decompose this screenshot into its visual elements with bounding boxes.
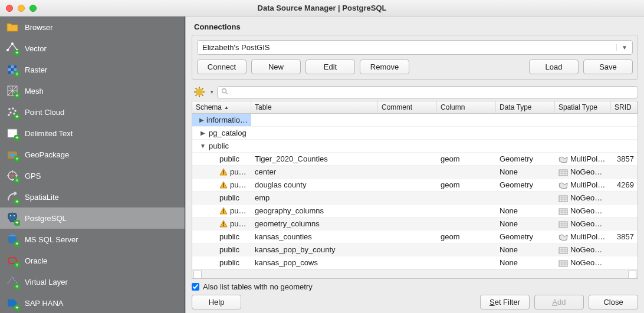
sidebar-item-delimited-text[interactable]: , ,+Delimited Text — [0, 123, 185, 144]
svg-point-17 — [9, 111, 12, 114]
sidebar-item-label: SpatiaLite — [25, 193, 59, 202]
table-row[interactable]: pu…douglas countygeomGeometryMultiPoly…4… — [192, 179, 638, 192]
geopackage-icon: + — [6, 148, 19, 161]
also-list-checkbox-input[interactable] — [192, 283, 199, 291]
search-input[interactable] — [232, 88, 634, 97]
table-icon — [558, 260, 568, 267]
help-button[interactable]: Help — [192, 295, 241, 309]
sidebar-item-postgresql[interactable]: +PostgreSQL — [0, 207, 185, 229]
connection-combo[interactable]: Elizabeth's PostGIS ▼ — [197, 40, 633, 55]
sidebar-item-label: Mesh — [25, 87, 44, 95]
sidebar-item-virtual-layer[interactable]: +Virtual Layer — [0, 271, 185, 292]
save-button[interactable]: Save — [583, 60, 633, 74]
remove-button[interactable]: Remove — [360, 60, 409, 74]
new-button[interactable]: New — [251, 60, 301, 74]
table-row[interactable]: pu…centerNoneNoGeome… — [192, 166, 638, 179]
schema-group[interactable]: ▶pg_catalog — [192, 127, 638, 140]
svg-rect-43 — [559, 170, 567, 176]
add-badge-icon: + — [14, 284, 20, 289]
column-header-srid[interactable]: SRID — [611, 101, 638, 113]
close-button[interactable]: Close — [589, 295, 638, 309]
svg-rect-57 — [559, 209, 567, 215]
sidebar-item-label: Oracle — [25, 256, 47, 265]
sidebar-item-sap-hana[interactable]: +SAP HANA — [0, 292, 185, 313]
svg-rect-69 — [559, 248, 567, 253]
warning-icon — [219, 220, 228, 228]
gear-icon[interactable] — [192, 85, 207, 98]
sidebar-item-oracle[interactable]: +Oracle — [0, 250, 185, 271]
warning-icon — [219, 207, 228, 215]
tables-tree[interactable]: Schema▲TableCommentColumnData TypeSpatia… — [192, 101, 638, 279]
sidebar-item-label: Point Cloud — [25, 108, 64, 117]
column-header-comment[interactable]: Comment — [378, 101, 437, 113]
window-title: Data Source Manager | PostgreSQL — [0, 4, 644, 12]
set-filter-button[interactable]: Set Filter — [480, 295, 530, 309]
svg-rect-56 — [223, 212, 224, 213]
svg-point-30 — [196, 88, 203, 95]
sidebar-item-gps[interactable]: +GPS — [0, 165, 185, 186]
postgresql-icon: + — [6, 212, 19, 225]
load-button[interactable]: Load — [529, 60, 579, 74]
table-row[interactable]: publicempNoGeome… — [192, 192, 638, 205]
svg-line-38 — [202, 88, 203, 90]
table-row[interactable]: publickansas_pop_cowsNoneNoGeome… — [192, 256, 638, 269]
also-list-checkbox[interactable]: Also list tables with no geometry — [192, 282, 638, 291]
sidebar-item-point-cloud[interactable]: +Point Cloud — [0, 101, 185, 123]
sidebar-item-raster[interactable]: +Raster — [0, 59, 185, 80]
expand-icon[interactable]: ▶ — [199, 117, 204, 123]
column-header-schema[interactable]: Schema▲ — [192, 101, 251, 113]
svg-text:, ,: , , — [9, 131, 11, 134]
sidebar-item-browser[interactable]: Browser — [0, 17, 185, 38]
schema-group[interactable]: ▶informatio… — [192, 114, 638, 127]
warning-icon — [219, 168, 228, 176]
search-icon — [221, 88, 228, 97]
table-row[interactable]: pu…geometry_columnsNoneNoGeome… — [192, 218, 638, 230]
svg-rect-41 — [223, 170, 224, 173]
sidebar-item-label: GeoPackage — [25, 150, 69, 159]
column-header-spatial-type[interactable]: Spatial Type — [555, 101, 611, 113]
sidebar-item-mesh[interactable]: +Mesh — [0, 80, 185, 101]
svg-rect-11 — [11, 71, 14, 74]
svg-point-1 — [11, 42, 14, 45]
saphana-icon: + — [6, 296, 19, 309]
svg-line-40 — [226, 93, 228, 94]
column-header-column[interactable]: Column — [437, 101, 496, 113]
table-icon — [558, 208, 568, 215]
sidebar-item-geopackage[interactable]: +GeoPackage — [0, 144, 185, 165]
sidebar-item-vector[interactable]: +Vector — [0, 38, 185, 59]
add-badge-icon: + — [14, 220, 20, 226]
gear-dropdown-icon[interactable]: ▾ — [211, 89, 213, 95]
add-badge-icon: + — [14, 199, 20, 205]
add-badge-icon: + — [14, 177, 20, 183]
sidebar: Browser+Vector+Raster+Mesh+Point Cloud, … — [0, 17, 185, 313]
folder-icon — [6, 21, 19, 34]
table-row[interactable]: publickansas_pop_by_countyNoneNoGeome… — [192, 243, 638, 256]
horizontal-scrollbar[interactable] — [192, 269, 638, 278]
collapse-icon[interactable]: ▼ — [199, 143, 206, 149]
add-badge-icon: + — [14, 114, 20, 120]
column-header-data-type[interactable]: Data Type — [496, 101, 555, 113]
vector-icon: + — [6, 42, 19, 55]
expand-icon[interactable]: ▶ — [199, 130, 206, 136]
svg-point-0 — [6, 49, 9, 51]
sidebar-item-ms-sql-server[interactable]: +MS SQL Server — [0, 229, 185, 250]
svg-point-25 — [11, 174, 14, 177]
sidebar-item-label: Virtual Layer — [25, 278, 68, 286]
edit-button[interactable]: Edit — [305, 60, 355, 74]
mssql-icon: + — [6, 233, 19, 246]
also-list-label: Also list tables with no geometry — [203, 282, 313, 291]
delimited-icon: , ,+ — [6, 127, 19, 140]
sidebar-item-spatialite[interactable]: +SpatiaLite — [0, 186, 185, 207]
connect-button[interactable]: Connect — [197, 60, 247, 74]
table-icon — [558, 195, 568, 202]
search-box[interactable] — [217, 86, 638, 98]
svg-rect-4 — [8, 65, 11, 68]
table-row[interactable]: pu…geography_columnsNoneNoGeome… — [192, 205, 638, 218]
svg-point-19 — [8, 114, 10, 116]
sidebar-item-label: PostgreSQL — [25, 214, 67, 223]
schema-group[interactable]: ▼public — [192, 140, 638, 153]
column-header-table[interactable]: Table — [251, 101, 378, 113]
table-row[interactable]: publickansas_countiesgeomGeometryMultiPo… — [192, 230, 638, 243]
table-row[interactable]: publicTiger_2020_CountiesgeomGeometryMul… — [192, 153, 638, 166]
polygon-icon — [558, 182, 568, 189]
